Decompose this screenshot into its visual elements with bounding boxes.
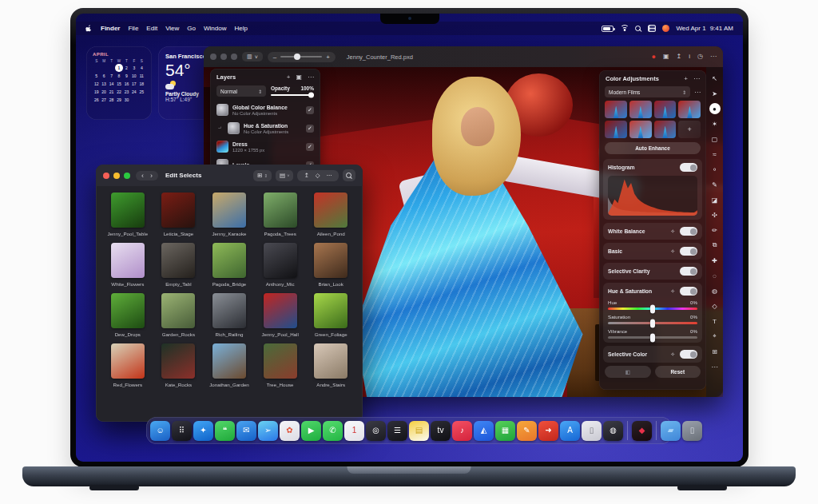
dock-icon-messages[interactable]: ❝ xyxy=(215,421,235,441)
calendar-day[interactable]: 1 xyxy=(115,64,122,72)
dock-icon-app-store[interactable]: A xyxy=(560,421,580,441)
calendar-day[interactable] xyxy=(138,96,145,104)
layer-visibility-checkbox[interactable]: ✓ xyxy=(306,106,314,114)
dock-icon-tv[interactable]: tv xyxy=(431,421,451,441)
adjustments-more-icon[interactable]: ⋯ xyxy=(693,75,700,82)
dock-icon-maps[interactable]: ➢ xyxy=(258,421,278,441)
auto-wand-icon[interactable]: ✧ xyxy=(670,351,675,358)
tool-quick-select[interactable]: ⚬ xyxy=(709,162,721,177)
menu-item[interactable]: View xyxy=(165,25,179,32)
calendar-day[interactable]: 13 xyxy=(100,80,107,88)
calendar-day[interactable]: 18 xyxy=(138,80,145,88)
back-icon[interactable]: ‹ xyxy=(139,173,146,179)
calendar-day[interactable] xyxy=(108,64,115,72)
calendar-day[interactable] xyxy=(100,64,107,72)
menu-item[interactable]: Window xyxy=(204,25,226,32)
active-app-name[interactable]: Finder xyxy=(101,25,120,32)
blend-mode-select[interactable]: Normal ⇕ xyxy=(216,85,266,97)
calendar-day[interactable]: 11 xyxy=(138,72,145,80)
tool-star[interactable]: ✶ xyxy=(709,117,721,131)
tool-selected[interactable]: ● xyxy=(709,103,721,114)
tool-paint[interactable]: ✎ xyxy=(709,177,721,192)
spotlight-search-icon[interactable] xyxy=(635,26,641,32)
photo-item[interactable]: Dew_Drops xyxy=(102,293,153,337)
calendar-day[interactable]: 25 xyxy=(138,88,145,96)
calendar-day[interactable]: 7 xyxy=(108,72,115,80)
photo-thumbnail[interactable] xyxy=(212,192,246,228)
photo-item[interactable]: Garden_Rocks xyxy=(153,293,204,337)
calendar-day[interactable]: 21 xyxy=(108,88,115,96)
dock-icon-safari[interactable]: ✦ xyxy=(193,421,213,441)
photo-item[interactable]: Jonathan_Garden xyxy=(204,343,255,387)
add-layer-icon[interactable]: + xyxy=(287,73,291,81)
preset-tile[interactable] xyxy=(605,121,627,138)
dock-icon-notes[interactable]: ▤ xyxy=(409,421,429,441)
calendar-day[interactable]: 16 xyxy=(123,80,130,88)
photo-thumbnail[interactable] xyxy=(314,243,347,278)
photo-item[interactable]: Pagoda_Bridge xyxy=(204,243,255,287)
calendar-day[interactable]: 10 xyxy=(130,72,137,80)
layers-more-icon[interactable]: ⋯ xyxy=(308,73,314,81)
calendar-day[interactable]: 23 xyxy=(123,88,130,96)
tool-pencil[interactable]: ✏ xyxy=(709,223,721,237)
dock-icon-photo-booth[interactable]: ◎ xyxy=(366,421,386,441)
dock-icon-trash[interactable]: ▯ xyxy=(682,421,702,441)
close-button[interactable] xyxy=(210,54,216,60)
photo-thumbnail[interactable] xyxy=(264,343,297,379)
browser-title-bar[interactable]: ‹ › Edit Selects ⊞ ⇕ ▤ ˅ xyxy=(96,165,363,186)
menu-item[interactable]: Help xyxy=(234,25,247,32)
dock-icon-textedit[interactable]: ▯ xyxy=(582,421,602,441)
photo-item[interactable]: Empty_Tabl xyxy=(153,243,204,287)
auto-wand-icon[interactable]: ✧ xyxy=(670,248,675,255)
tool-more[interactable]: ⋯ xyxy=(709,359,721,374)
selective-color-toggle[interactable] xyxy=(680,350,697,359)
more-icon[interactable]: ⋯ xyxy=(327,172,333,179)
slider-knob[interactable] xyxy=(650,319,655,327)
dock-icon-photos[interactable]: ✿ xyxy=(280,421,300,441)
photo-thumbnail[interactable] xyxy=(212,343,246,379)
dock-icon-launchpad[interactable]: ⠿ xyxy=(172,421,192,441)
zoom-control[interactable]: – + xyxy=(268,52,336,62)
photo-item[interactable]: Rich_Railing xyxy=(204,293,255,337)
layer-row[interactable]: Hue & Saturation No Color Adjustments ✓ xyxy=(210,119,320,137)
dock-icon-motion[interactable]: ➜ xyxy=(538,421,558,441)
photo-thumbnail[interactable] xyxy=(161,343,195,379)
calendar-day[interactable]: 24 xyxy=(130,88,137,96)
tool-erase[interactable]: ◪ xyxy=(709,192,721,207)
adjustment-toggle[interactable] xyxy=(680,247,697,256)
minimize-button[interactable] xyxy=(113,173,120,179)
preset-tile[interactable] xyxy=(654,101,677,118)
editor-title-bar[interactable]: ▥ ˅ – + Jenny_Counter_Red.pxd ●▣↥i◷⋯ xyxy=(204,46,723,67)
tool-blur[interactable]: ◌ xyxy=(709,268,721,283)
preset-group-select[interactable]: Modern Films ⇕ xyxy=(605,86,690,97)
forward-icon[interactable]: › xyxy=(148,173,155,179)
wifi-icon[interactable] xyxy=(620,25,629,32)
preset-tile[interactable] xyxy=(654,121,677,138)
zoom-button[interactable] xyxy=(231,54,237,60)
menu-item[interactable]: File xyxy=(128,25,138,32)
tool-marquee[interactable]: ▢ xyxy=(709,132,721,146)
photo-item[interactable]: White_Flowers xyxy=(102,243,153,287)
photo-thumbnail[interactable] xyxy=(212,293,246,328)
dock-icon-mail[interactable]: ✉ xyxy=(236,421,256,441)
calendar-widget[interactable]: APRIL SMTWTFS 12345678910111213141516171… xyxy=(86,46,152,120)
photo-thumbnail[interactable] xyxy=(161,293,195,328)
calendar-day[interactable]: 9 xyxy=(123,72,130,80)
calendar-day[interactable]: 20 xyxy=(100,88,107,96)
calendar-day[interactable] xyxy=(130,96,137,104)
tool-zoom[interactable]: ⌖ xyxy=(709,329,721,343)
gallery-view-button[interactable]: ▤ ˅ xyxy=(276,170,293,181)
photo-thumbnail[interactable] xyxy=(314,343,347,379)
more-icon[interactable]: ⋯ xyxy=(710,54,717,60)
calendar-day[interactable]: 8 xyxy=(115,72,122,80)
search-icon[interactable] xyxy=(343,169,355,181)
slider[interactable] xyxy=(608,336,697,339)
dock-icon-reminders[interactable]: ☰ xyxy=(387,421,407,441)
calendar-day[interactable]: 6 xyxy=(100,72,107,80)
photo-thumbnail[interactable] xyxy=(264,192,297,228)
calendar-day[interactable]: 29 xyxy=(115,96,122,104)
apple-logo-icon[interactable] xyxy=(85,25,93,33)
photo-item[interactable]: Andre_Stairs xyxy=(305,343,356,387)
record-icon[interactable]: ● xyxy=(652,54,656,61)
layer-visibility-checkbox[interactable]: ✓ xyxy=(306,125,314,133)
